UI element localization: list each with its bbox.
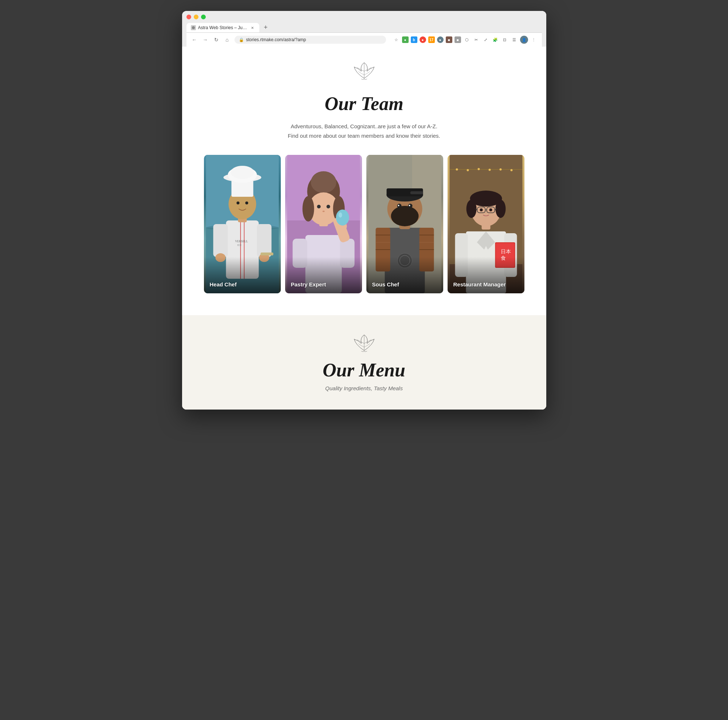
menu-section-title: Our Menu	[204, 359, 525, 381]
svg-point-38	[336, 210, 349, 225]
svg-text:VERSELL: VERSELL	[235, 240, 248, 243]
svg-point-69	[499, 169, 502, 170]
svg-point-31	[302, 196, 314, 222]
bookmark-icon[interactable]: ☆	[393, 36, 400, 43]
tab-bar: Astra Web Stories – Just anot ✕ +	[187, 22, 542, 32]
close-button[interactable]	[187, 15, 191, 19]
url-text: stories.rtmake.com/astra/?amp	[246, 37, 306, 42]
svg-point-59	[398, 205, 399, 206]
svg-point-35	[322, 211, 324, 212]
restaurant-manager-label: Restaurant Manager	[453, 281, 506, 288]
svg-point-65	[456, 169, 458, 170]
team-card-head-chef[interactable]: VERSELL ICE Head Chef	[204, 155, 281, 293]
svg-point-91	[489, 208, 492, 211]
lock-icon: 🔒	[239, 38, 244, 42]
sidebar-icon[interactable]: ☰	[511, 36, 518, 43]
pastry-expert-label: Pastry Expert	[291, 281, 326, 288]
svg-point-58	[408, 204, 412, 208]
svg-text:ICE: ICE	[237, 244, 242, 246]
team-section-subtitle: Adventurous, Balanced, Cognizant..are ju…	[273, 122, 455, 140]
tab-close-button[interactable]: ✕	[250, 25, 255, 30]
active-tab[interactable]: Astra Web Stories – Just anot ✕	[187, 23, 259, 32]
url-bar[interactable]: 🔒 stories.rtmake.com/astra/?amp	[234, 36, 386, 44]
tab-favicon	[191, 25, 196, 30]
back-button[interactable]: ←	[191, 37, 198, 43]
extensions-icon[interactable]: 🧩	[492, 36, 499, 43]
team-section-title: Our Team	[204, 93, 525, 115]
svg-rect-56	[410, 191, 423, 194]
svg-point-84	[495, 200, 505, 218]
profile-icon[interactable]: 👤	[520, 36, 528, 44]
svg-point-70	[510, 169, 512, 171]
svg-point-28	[310, 171, 336, 193]
cast-tab-icon[interactable]: ⊡	[501, 36, 508, 43]
address-bar: ← → ↻ ⌂ 🔒 stories.rtmake.com/astra/?amp …	[187, 32, 542, 47]
forward-button[interactable]: →	[202, 37, 209, 43]
browser-chrome: Astra Web Stories – Just anot ✕ + ← → ↻ …	[182, 11, 546, 47]
page-content: Our Team Adventurous, Balanced, Cognizan…	[182, 47, 546, 409]
reload-button[interactable]: ↻	[213, 37, 220, 43]
card-overlay-1	[204, 257, 281, 293]
team-section: Our Team Adventurous, Balanced, Cognizan…	[182, 47, 546, 315]
svg-rect-8	[257, 224, 271, 257]
team-grid: VERSELL ICE Head Chef	[204, 155, 525, 293]
team-section-icon	[204, 61, 525, 87]
minimize-button[interactable]	[194, 15, 199, 19]
browser-window: Astra Web Stories – Just anot ✕ + ← → ↻ …	[182, 11, 546, 409]
new-tab-button[interactable]: +	[261, 22, 271, 32]
home-button[interactable]: ⌂	[223, 37, 231, 43]
svg-point-90	[480, 208, 483, 211]
ext-icon-5[interactable]: ●	[437, 37, 444, 43]
team-card-sous-chef[interactable]: Sous Chef	[366, 155, 443, 293]
cast-icon[interactable]: ⬡	[463, 36, 471, 43]
subtitle-line1: Adventurous, Balanced, Cognizant..are ju…	[291, 123, 437, 129]
tab-title: Astra Web Stories – Just anot	[198, 25, 248, 30]
svg-point-39	[338, 213, 342, 218]
card-overlay-2	[285, 257, 362, 293]
svg-rect-11	[260, 253, 273, 256]
ext-icon-6[interactable]: ■	[446, 37, 452, 43]
traffic-lights	[187, 15, 542, 19]
card-overlay-4	[448, 257, 525, 293]
svg-point-0	[192, 26, 195, 29]
svg-point-66	[466, 169, 469, 171]
menu-icon[interactable]: ⋮	[530, 36, 538, 43]
svg-point-53	[391, 206, 418, 226]
leaf-decoration-top	[350, 61, 379, 81]
menu-section-subtitle: Quality Ingredients, Tasty Meals	[204, 385, 525, 391]
head-chef-label: Head Chef	[210, 281, 237, 288]
ext-icon-7[interactable]: ■	[454, 37, 461, 43]
browser-actions: ☆ ● b ● 17 ● ■ ■ ⬡ ✂ ⤢ 🧩 ⊡ ☰ 👤 ⋮	[393, 36, 538, 44]
svg-text:日本: 日本	[500, 249, 511, 254]
subtitle-line2: Find out more about our team members and…	[288, 133, 440, 139]
svg-point-19	[245, 202, 248, 204]
svg-point-60	[408, 205, 410, 206]
svg-point-17	[231, 166, 254, 179]
card-overlay-3	[366, 257, 443, 293]
svg-point-18	[236, 202, 239, 204]
team-card-restaurant-manager[interactable]: 日本 食	[448, 155, 525, 293]
ext-icon-3[interactable]: ●	[419, 37, 426, 43]
svg-point-68	[488, 169, 491, 171]
team-card-pastry-expert[interactable]: Pastry Expert	[285, 155, 362, 293]
ext-icon-1[interactable]: ●	[402, 37, 408, 43]
svg-point-34	[326, 205, 330, 208]
ext-icon-4[interactable]: 17	[428, 37, 435, 43]
resize-icon[interactable]: ⤢	[482, 36, 489, 43]
menu-section: Our Menu Quality Ingredients, Tasty Meal…	[182, 315, 546, 409]
leaf-decoration-bottom	[350, 333, 379, 354]
svg-point-83	[466, 200, 476, 218]
svg-point-57	[397, 204, 401, 208]
maximize-button[interactable]	[201, 15, 206, 19]
ext-icon-2[interactable]: b	[411, 37, 418, 43]
svg-rect-7	[213, 224, 228, 257]
sous-chef-label: Sous Chef	[372, 281, 399, 288]
svg-point-33	[317, 205, 321, 208]
scissors-icon[interactable]: ✂	[473, 36, 480, 43]
svg-point-67	[477, 168, 480, 170]
